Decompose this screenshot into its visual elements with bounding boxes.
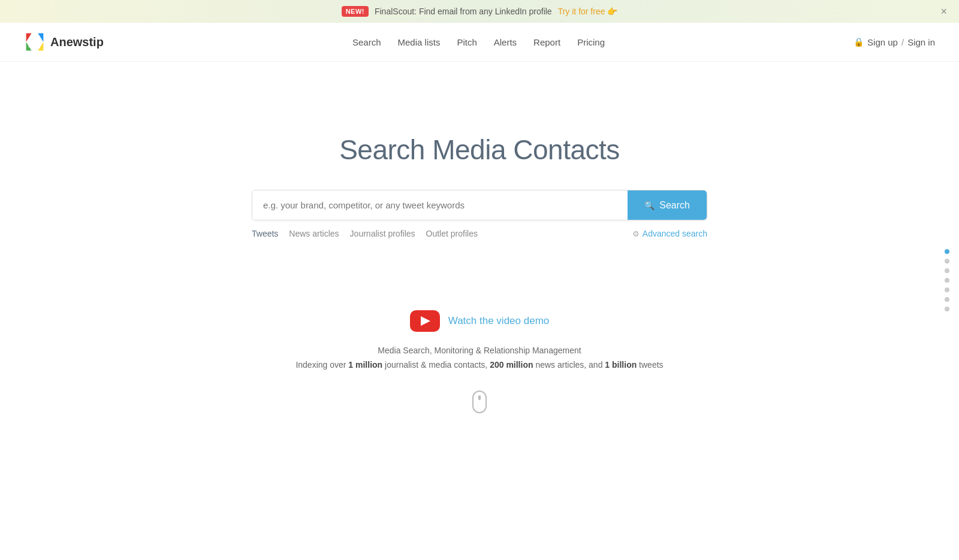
logo-text: Anewstip	[50, 35, 104, 49]
filter-area: Tweets News articles Journalist profiles…	[252, 229, 707, 238]
stats-articles: news articles, and	[533, 360, 605, 370]
side-dot-5[interactable]	[945, 287, 949, 292]
stats-contacts: journalist & media contacts,	[382, 360, 490, 370]
side-dot-3[interactable]	[945, 268, 949, 273]
side-dot-1[interactable]	[945, 249, 949, 254]
auth-divider: /	[901, 37, 904, 47]
logo-icon: N	[24, 31, 46, 53]
video-demo-label: Watch the video demo	[448, 315, 550, 327]
nav-pricing[interactable]: Pricing	[577, 37, 605, 47]
stats-text: Media Search, Monitoring & Relationship …	[295, 344, 663, 373]
mouse-dot	[478, 395, 481, 400]
search-button[interactable]: 🔍 Search	[628, 190, 707, 220]
filter-news-articles[interactable]: News articles	[289, 229, 339, 238]
stats-line1: Media Search, Monitoring & Relationship …	[295, 344, 663, 358]
nav-search[interactable]: Search	[352, 37, 381, 47]
new-badge: NEW!	[342, 6, 369, 17]
side-dot-4[interactable]	[945, 278, 949, 283]
svg-text:N: N	[28, 35, 37, 50]
lock-icon: 🔒	[854, 37, 864, 47]
stats-line2: Indexing over 1 million journalist & med…	[295, 358, 663, 373]
stats-prefix: Indexing over	[295, 360, 348, 370]
announcement-text: FinalScout: Find email from any LinkedIn…	[375, 7, 552, 16]
nav-media-lists[interactable]: Media lists	[398, 37, 441, 47]
stats-200m: 200 million	[490, 360, 533, 370]
filter-tabs: Tweets News articles Journalist profiles…	[252, 229, 478, 238]
mouse-icon	[472, 391, 487, 413]
youtube-icon	[410, 310, 440, 332]
video-demo-link[interactable]: Watch the video demo	[410, 310, 550, 332]
hero-title: Search Media Contacts	[339, 134, 620, 166]
nav-pitch[interactable]: Pitch	[457, 37, 477, 47]
main-nav: Search Media lists Pitch Alerts Report P…	[352, 37, 605, 47]
side-dot-2[interactable]	[945, 259, 949, 264]
filter-tweets[interactable]: Tweets	[252, 229, 278, 238]
video-section: Watch the video demo Media Search, Monit…	[0, 274, 959, 437]
banner-close-button[interactable]: ×	[940, 6, 947, 17]
advanced-search-link[interactable]: ⚙ Advanced search	[632, 229, 707, 238]
side-dots-nav	[945, 249, 949, 311]
play-icon	[421, 316, 430, 326]
header: N Anewstip Search Media lists Pitch Aler…	[0, 23, 959, 62]
signin-link[interactable]: Sign in	[907, 37, 935, 47]
announcement-banner: NEW! FinalScout: Find email from any Lin…	[0, 0, 959, 23]
announcement-link[interactable]: Try it for free 👉	[558, 7, 618, 16]
stats-1b: 1 billion	[605, 360, 637, 370]
nav-report[interactable]: Report	[533, 37, 560, 47]
search-icon: 🔍	[644, 201, 655, 210]
logo[interactable]: N Anewstip	[24, 31, 104, 53]
search-box: 🔍 Search	[252, 190, 707, 220]
scroll-indicator	[472, 391, 487, 413]
stats-tweets: tweets	[637, 360, 663, 370]
side-dot-7[interactable]	[945, 307, 949, 311]
stats-1m: 1 million	[348, 360, 382, 370]
search-input[interactable]	[252, 190, 628, 220]
side-dot-6[interactable]	[945, 297, 949, 302]
advanced-search-label: Advanced search	[643, 229, 707, 238]
filter-outlet-profiles[interactable]: Outlet profiles	[426, 229, 478, 238]
auth-area: 🔒 Sign up / Sign in	[854, 37, 935, 47]
gear-icon: ⚙	[632, 229, 640, 238]
nav-alerts[interactable]: Alerts	[494, 37, 517, 47]
main-hero: Search Media Contacts 🔍 Search Tweets Ne…	[0, 62, 959, 274]
filter-journalist-profiles[interactable]: Journalist profiles	[350, 229, 415, 238]
search-button-label: Search	[659, 200, 690, 211]
signup-link[interactable]: Sign up	[867, 37, 898, 47]
